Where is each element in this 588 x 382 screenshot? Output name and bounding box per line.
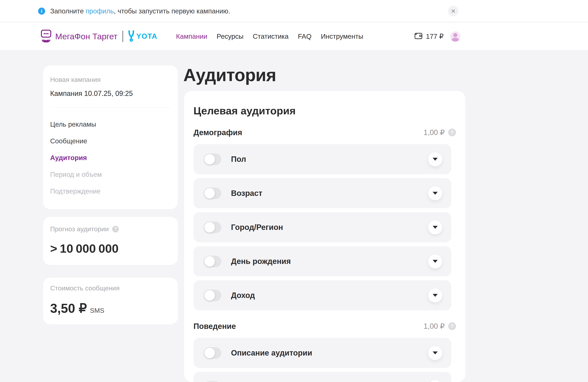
audience-row-cutoff[interactable] [193, 372, 451, 382]
nav-item-campaigns[interactable]: Кампании [176, 32, 207, 40]
audience-row-description[interactable]: Описание аудитории [193, 338, 451, 368]
section-price: 1,00 ₽ [423, 128, 445, 137]
chevron-down-icon[interactable] [428, 346, 442, 360]
chevron-down-icon[interactable] [428, 152, 442, 166]
brand-divider [123, 31, 123, 42]
section-label: Демография [193, 128, 242, 137]
section-label: Поведение [193, 322, 236, 331]
notification-banner: i Заполните профиль, чтобы запустить пер… [0, 0, 588, 22]
nav-item-tools[interactable]: Инструменты [321, 32, 363, 40]
main-nav: Кампании Ресурсы Статистика FAQ Инструме… [176, 32, 363, 40]
toggle-switch[interactable] [204, 255, 221, 267]
yota-logo-icon [128, 30, 134, 42]
toggle-switch[interactable] [204, 347, 221, 359]
chevron-down-icon[interactable] [428, 186, 442, 200]
section-header-behavior: Поведение 1,00 ₽ ? [193, 322, 456, 331]
section-header-demography: Демография 1,00 ₽ ? [193, 128, 456, 137]
banner-text: Заполните профиль, чтобы запустить перву… [50, 7, 230, 15]
steps-list: Цель рекламы Сообщение Аудитория Период … [50, 120, 171, 195]
megafon-target-page: i Заполните профиль, чтобы запустить пер… [0, 0, 588, 382]
chevron-down-icon[interactable] [428, 288, 442, 302]
cost-card: Стоимость сообщения 3,50 ₽ SMS [43, 278, 178, 324]
campaign-steps-card: Новая кампания Кампания 10.07.25, 09:25 … [43, 65, 178, 209]
nav-item-faq[interactable]: FAQ [298, 32, 312, 40]
chevron-down-icon[interactable] [428, 255, 442, 268]
toggle-switch[interactable] [204, 188, 221, 199]
wallet-icon [414, 32, 422, 41]
question-icon[interactable]: ? [448, 128, 456, 136]
page-title: Аудитория [183, 65, 276, 85]
toggle-switch[interactable] [204, 290, 221, 301]
question-icon[interactable]: ? [112, 226, 119, 233]
step-audience[interactable]: Аудитория [50, 154, 171, 162]
campaign-type-label: Новая кампания [50, 76, 171, 84]
cost-label: Стоимость сообщения [50, 284, 171, 292]
step-goal[interactable]: Цель рекламы [50, 120, 171, 128]
app-header: МегаФон Таргет YOTA Кампании Ресурсы Ста… [0, 22, 588, 50]
audience-row-age[interactable]: Возраст [193, 178, 451, 208]
audience-row-gender[interactable]: Пол [193, 144, 451, 174]
campaign-name: Кампания 10.07.25, 09:25 [50, 89, 171, 98]
forecast-label: Прогноз аудитории [50, 225, 109, 233]
cost-value: 3,50 ₽ [50, 301, 87, 315]
chevron-down-icon[interactable] [428, 380, 442, 382]
step-period: Период и объем [50, 170, 171, 179]
toggle-switch[interactable] [204, 222, 221, 233]
balance-amount: 177 ₽ [426, 32, 443, 40]
toggle-switch[interactable] [204, 381, 221, 382]
card-title: Целевая аудитория [193, 105, 456, 116]
target-audience-card: Целевая аудитория Демография 1,00 ₽ ? По… [184, 91, 465, 382]
profile-link[interactable]: профиль [85, 7, 114, 15]
forecast-card: Прогноз аудитории ? > 10 000 000 [43, 217, 178, 265]
cost-unit: SMS [90, 307, 105, 314]
close-icon[interactable]: ✕ [448, 6, 459, 16]
section-price: 1,00 ₽ [423, 322, 445, 330]
forecast-value: > 10 000 000 [50, 242, 171, 255]
balance-button[interactable]: 177 ₽ [414, 32, 443, 41]
step-confirmation: Подтверждение [50, 187, 171, 195]
nav-item-statistics[interactable]: Статистика [253, 32, 289, 40]
nav-item-resources[interactable]: Ресурсы [217, 32, 243, 40]
yota-brand-name[interactable]: YOTA [136, 32, 157, 41]
chevron-down-icon[interactable] [428, 220, 442, 234]
megafon-logo-icon [41, 30, 52, 43]
audience-row-income[interactable]: Доход [193, 280, 451, 310]
audience-row-birthday[interactable]: День рождения [193, 246, 451, 276]
info-icon: i [38, 8, 45, 15]
audience-row-city-region[interactable]: Город/Регион [193, 212, 451, 242]
step-message[interactable]: Сообщение [50, 137, 171, 145]
toggle-switch[interactable] [204, 153, 221, 165]
brand-name[interactable]: МегаФон Таргет [55, 32, 117, 41]
avatar[interactable] [450, 31, 461, 42]
question-icon[interactable]: ? [448, 322, 456, 330]
